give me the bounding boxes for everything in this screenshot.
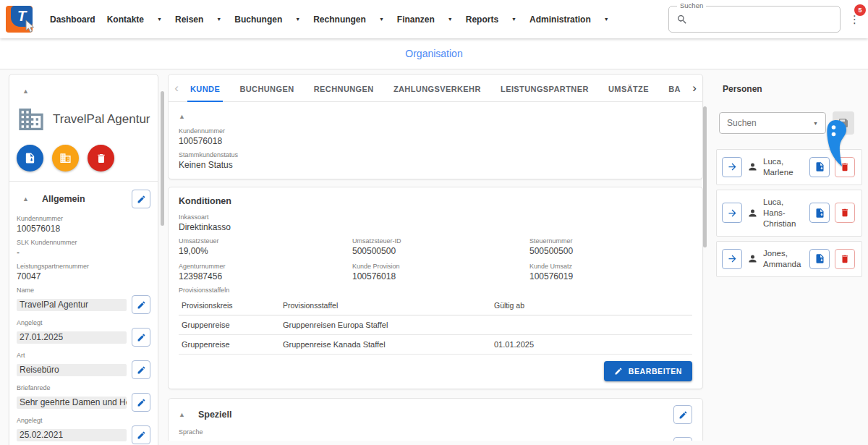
column-header: Provisionskreis: [179, 296, 280, 315]
field-kunde-provision: Kunde Provision 100576018: [352, 263, 529, 281]
menu-administration[interactable]: Administration: [529, 14, 591, 25]
column-header: Provisionsstaffel: [280, 296, 491, 315]
edit-briefanrede-button[interactable]: [132, 393, 150, 412]
field-leistungspartnernummer: Leistungspartnernummer 70047: [9, 263, 158, 281]
angelegt-input[interactable]: 27.01.2025: [17, 331, 127, 344]
pencil-icon: [137, 195, 146, 204]
open-person-button[interactable]: [722, 249, 742, 269]
organisation-button[interactable]: [52, 145, 79, 171]
tab-zahlungsverkehr[interactable]: ZAHLUNGSVERKEHR: [388, 75, 487, 102]
person-name: Luca, Hans-Christian: [763, 197, 804, 229]
field-label: Sprache: [179, 428, 692, 436]
personen-search-select[interactable]: Suchen ▼: [719, 112, 826, 134]
bearbeiten-button[interactable]: BEARBEITEN: [604, 361, 692, 381]
field-briefanrede: Briefanrede Sehr geehrte Damen und Herre…: [9, 384, 158, 412]
tab-ba-truncated[interactable]: BA: [663, 75, 686, 102]
name-input[interactable]: TravelPal Agentur: [17, 299, 127, 311]
person-document-button[interactable]: [809, 249, 830, 269]
menu-finanzen[interactable]: Finanzen: [397, 14, 435, 25]
sidebar-scrollbar[interactable]: [161, 91, 164, 226]
edit-sprache-button[interactable]: [673, 437, 692, 441]
organisation-name: TravelPal Agentur: [53, 112, 150, 127]
menu-buchungen[interactable]: Buchungen: [234, 14, 282, 25]
pencil-icon: [614, 367, 623, 376]
table-cell: Gruppenreise: [179, 335, 280, 355]
field-value: 123987456: [179, 271, 352, 281]
document-icon: [814, 253, 825, 264]
tab-scroll-right-icon[interactable]: ›: [686, 75, 702, 102]
konditionen-title: Konditionen: [179, 196, 692, 206]
main-menu: Dashboard Kontakte ▼ Reisen ▼ Buchungen …: [44, 14, 616, 25]
main-scrollbar[interactable]: [703, 106, 707, 247]
table-row[interactable]: Gruppenreise Gruppenreisen Europa Staffe…: [179, 315, 692, 335]
person-icon: [747, 161, 758, 172]
field-label: Stammkundenstatus: [179, 151, 692, 158]
menu-kontakte[interactable]: Kontakte: [107, 14, 144, 25]
konditionen-card: Konditionen Inkassoart Direktinkasso Ums…: [168, 187, 703, 389]
menu-reports[interactable]: Reports: [466, 14, 498, 25]
field-steuernummer: Steuernummer 500500500: [529, 237, 692, 256]
overflow-menu[interactable]: ⋮ 5: [841, 0, 868, 38]
delete-person-button[interactable]: [835, 249, 855, 269]
menu-reisen[interactable]: Reisen: [175, 14, 203, 25]
person-document-button[interactable]: [809, 203, 830, 223]
chevron-down-icon[interactable]: ▼: [511, 17, 516, 22]
field-label: Kunde Umsatz: [529, 263, 692, 270]
pencil-icon: [678, 410, 688, 420]
table-cell: Gruppenreise Kanada Staffel: [280, 335, 491, 355]
collapse-panel-icon[interactable]: ▲: [22, 88, 29, 95]
field-umsatzsteuer: Umsatzsteuer 19,00%: [179, 237, 352, 256]
field-value: 19,00%: [179, 246, 352, 256]
organisation-sidebar: ▲ TravelPal Agentur: [9, 74, 165, 445]
field-value: 70047: [17, 271, 150, 281]
tab-scroll-left-icon[interactable]: ‹: [169, 75, 184, 102]
angelegt2-input[interactable]: 25.02.2021: [17, 429, 127, 441]
chevron-down-icon[interactable]: ▼: [157, 17, 162, 22]
chevron-down-icon[interactable]: ▼: [295, 17, 300, 22]
bearbeiten-label: BEARBEITEN: [629, 367, 682, 376]
collapse-section-icon[interactable]: ▲: [22, 196, 29, 203]
edit-angelegt2-button[interactable]: [132, 425, 150, 444]
person-name: Jones, Ammanda: [763, 248, 804, 270]
tab-leistungspartner[interactable]: LEISTUNGSPARTNER: [495, 75, 595, 102]
field-label: SLK Kundennummer: [17, 239, 150, 246]
tab-buchungen[interactable]: BUCHUNGEN: [234, 75, 299, 102]
menu-rechnungen[interactable]: Rechnungen: [313, 14, 366, 25]
tab-kunde[interactable]: KUNDE: [184, 75, 226, 102]
tab-umsaetze[interactable]: UMSÄTZE: [603, 75, 655, 102]
provisionsstaffeln-table: Provisionskreis Provisionsstaffel Gültig…: [179, 296, 692, 355]
edit-name-button[interactable]: [132, 295, 150, 314]
chevron-down-icon[interactable]: ▼: [448, 17, 453, 22]
new-document-button[interactable]: [17, 145, 43, 171]
person-row[interactable]: Luca, Hans-Christian: [716, 190, 862, 237]
notification-badge: 5: [854, 4, 866, 16]
edit-speziell-button[interactable]: [673, 405, 692, 424]
chevron-down-icon[interactable]: ▼: [216, 17, 221, 22]
chevron-down-icon[interactable]: ▼: [379, 17, 384, 22]
global-search-box[interactable]: Suchen: [668, 6, 841, 33]
edit-angelegt-button[interactable]: [132, 328, 150, 347]
briefanrede-input[interactable]: Sehr geehrte Damen und Herren: [17, 397, 127, 409]
field-agenturnummer: Agenturnummer 123987456: [179, 263, 352, 281]
sprache-input[interactable]: de: [179, 441, 668, 441]
art-input[interactable]: Reisebüro: [17, 364, 127, 376]
edit-art-button[interactable]: [132, 360, 150, 379]
person-icon: [747, 208, 758, 219]
collapse-section-icon[interactable]: ▲: [179, 113, 185, 120]
open-person-button[interactable]: [722, 157, 742, 177]
field-value: 100576019: [529, 271, 692, 281]
field-label: Name: [17, 287, 150, 294]
delete-person-button[interactable]: [835, 203, 855, 223]
field-label: Angelegt: [17, 319, 150, 326]
chevron-down-icon[interactable]: ▼: [604, 17, 609, 22]
table-row[interactable]: Gruppenreise Gruppenreise Kanada Staffel…: [179, 335, 692, 355]
field-kunde-umsatz: Kunde Umsatz 100576019: [529, 263, 692, 281]
person-row[interactable]: Jones, Ammanda: [716, 241, 862, 277]
collapse-section-icon[interactable]: ▲: [179, 412, 185, 418]
delete-organisation-button[interactable]: [88, 145, 114, 171]
menu-dashboard[interactable]: Dashboard: [50, 14, 95, 25]
tab-rechnungen[interactable]: RECHNUNGEN: [308, 75, 380, 102]
open-person-button[interactable]: [722, 203, 742, 223]
edit-allgemein-button[interactable]: [132, 190, 150, 208]
search-input[interactable]: [688, 9, 840, 30]
